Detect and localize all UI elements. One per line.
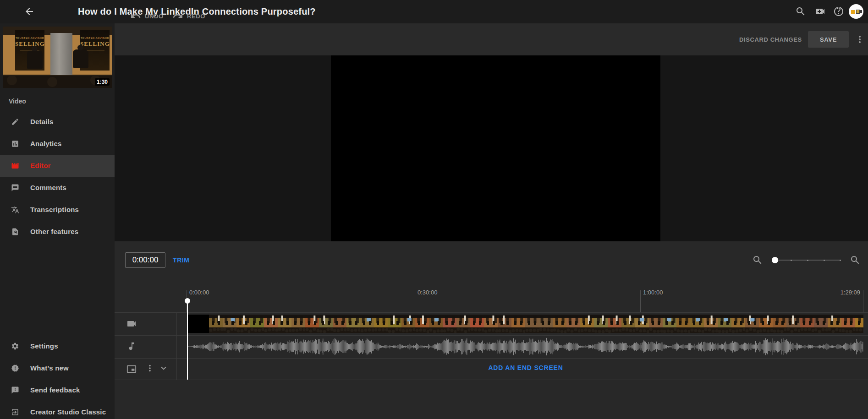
sidebar-item-label: Comments [30,177,66,199]
zoom-out-icon[interactable] [752,255,763,266]
end-screen-options-kebab-icon[interactable] [145,363,155,373]
search-icon[interactable] [795,6,806,17]
ruler-tick [640,290,641,312]
sidebar-item-label: Send feedback [30,379,80,401]
sidebar-item-send-feedback[interactable]: Send feedback [0,379,115,401]
sidebar-item-details[interactable]: Details [0,111,115,133]
ruler-label: 0:00:00 [189,289,209,296]
sidebar-item-label: What's new [30,357,69,379]
current-time-input[interactable]: 0:00:00 [125,252,165,268]
save-button[interactable]: SAVE [808,31,849,48]
playhead-line [187,303,188,380]
sidebar-item-settings[interactable]: Settings [0,335,115,357]
sidebar-item-label: Transcriptions [30,199,79,221]
sidebar-item-label: Analytics [30,133,62,155]
trim-button[interactable]: TRIM [173,256,190,264]
sidebar-item-other-features[interactable]: Other features [0,221,115,243]
ruler-tick [415,290,415,312]
add-end-screen-button[interactable]: ADD AN END SCREEN [188,364,863,371]
comment-icon [11,184,19,192]
feedback-icon [11,386,19,394]
ruler-label-end: 1:29:09 [831,289,860,296]
track-divider [115,380,868,380]
audio-track-waveform[interactable] [188,336,863,358]
sidebar-item-comments[interactable]: Comments [0,177,115,199]
sidebar: TRUSTED ADVISOR SELLING TRUSTED ADVISOR … [0,23,115,419]
youtube-studio-editor: How do I Make My LinkedIn Connections Pu… [0,0,868,419]
avatar[interactable] [849,4,863,19]
bar-chart-icon [11,140,19,148]
exit-icon [11,408,19,416]
slider-tick [791,260,792,261]
zoom-slider-knob[interactable] [772,257,778,263]
pencil-icon [11,118,19,126]
track-header-divider [176,312,177,380]
gear-icon [11,342,19,350]
video-thumbnail: TRUSTED ADVISOR SELLING TRUSTED ADVISOR … [3,27,112,88]
redo-button[interactable]: REDO [172,11,205,22]
sidebar-item-editor[interactable]: Editor [0,155,115,177]
create-video-icon[interactable] [815,6,826,17]
help-icon[interactable] [833,6,844,17]
page-search-icon [11,228,19,236]
slider-tick [824,260,825,261]
translate-icon [11,206,19,214]
sidebar-item-whats-new[interactable]: What's new [0,357,115,379]
ruler-tick [863,290,863,312]
audio-track-icon [126,341,137,351]
sidebar-item-label: Other features [30,221,78,243]
zoom-in-icon[interactable] [850,255,861,266]
sidebar-item-label: Settings [30,335,58,357]
ruler-label: 0:30:00 [418,289,437,296]
duration-badge: 1:30 [95,78,110,86]
video-player[interactable] [331,55,660,241]
track-divider [115,358,868,359]
thumbnail-speaker [27,50,43,69]
playhead-handle[interactable] [185,298,190,304]
clapperboard-icon [11,162,19,170]
undo-icon [130,11,141,22]
kebab-menu-icon[interactable] [854,34,865,45]
track-divider [115,312,868,313]
discard-changes-button[interactable]: DISCARD CHANGES [739,36,802,43]
sidebar-item-analytics[interactable]: Analytics [0,133,115,155]
sidebar-item-label: Creator Studio Classic [30,401,106,419]
undo-button[interactable]: UNDO [130,11,164,22]
sidebar-item-label: Editor [30,155,51,177]
sidebar-item-creator-studio-classic[interactable]: Creator Studio Classic [0,401,115,419]
ruler-label: 1:00:00 [643,289,663,296]
sidebar-item-label: Details [30,111,54,133]
thumbnail-pillar [50,33,72,75]
slider-tick [840,260,841,261]
thumbnail-speaker [73,49,88,68]
back-arrow-icon[interactable] [24,6,35,17]
new-releases-icon [11,364,19,372]
video-track-icon [126,318,137,329]
slider-tick [807,260,808,261]
end-screen-track-icon [126,364,137,374]
redo-icon [172,11,183,22]
sidebar-section-label: Video [9,98,26,105]
video-track-filmstrip[interactable] [188,315,863,333]
chevron-down-icon[interactable] [159,363,169,373]
sidebar-item-transcriptions[interactable]: Transcriptions [0,199,115,221]
